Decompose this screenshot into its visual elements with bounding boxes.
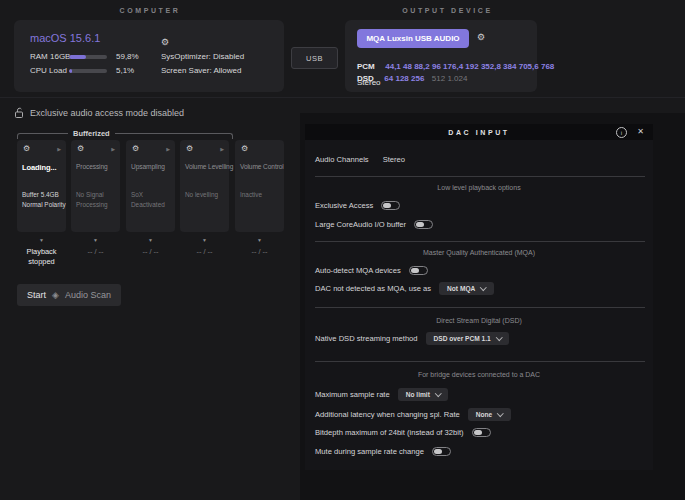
bitdepth-max-label: Bitdepth maximum of 24bit (instead of 32… bbox=[315, 428, 464, 437]
info-icon[interactable]: i bbox=[616, 127, 627, 138]
max-sample-rate-label: Maximum sample rate bbox=[315, 390, 390, 399]
stage-details: Buffer 5.4GB Normal Polarity bbox=[22, 190, 66, 210]
stage-volume-control-box[interactable]: ⚙ Volume Control Inactive bbox=[235, 140, 284, 232]
section-dsd: Direct Stream Digital (DSD) bbox=[305, 317, 653, 324]
large-coreaudio-toggle[interactable] bbox=[414, 220, 433, 229]
additional-latency-dropdown[interactable]: None bbox=[468, 408, 511, 421]
start-audio-scan-bar: Start ◈ Audio Scan bbox=[17, 284, 121, 306]
exclusive-access-row: Exclusive Access bbox=[315, 201, 400, 210]
dac-input-panel: DAC INPUT i ✕ Audio Channels Stereo Low … bbox=[305, 124, 653, 470]
audio-settings-screen: COMPUTER OUTPUT DEVICE macOS 15.6.1 RAM … bbox=[0, 0, 685, 500]
output-device-button[interactable]: MQA Luxsin USB AUDIO bbox=[357, 29, 469, 48]
unlock-icon bbox=[13, 105, 25, 123]
exclusive-access-toggle[interactable] bbox=[381, 201, 400, 210]
volume-levelling-play-icon[interactable]: ▶ bbox=[220, 147, 224, 152]
close-icon[interactable]: ✕ bbox=[637, 128, 644, 136]
additional-latency-value: None bbox=[476, 411, 492, 418]
stage-loading-box[interactable]: ⚙ ▶ Loading... Buffer 5.4GB Normal Polar… bbox=[17, 140, 66, 232]
channel-mode: Stereo bbox=[357, 78, 381, 87]
bufferized-label: Bufferized bbox=[68, 129, 115, 138]
volume-levelling-gear-icon[interactable]: ⚙ bbox=[186, 145, 193, 153]
dac-panel-header: DAC INPUT i ✕ bbox=[305, 124, 653, 140]
stage-details: SoX Deactivated bbox=[131, 190, 165, 210]
toggle-knob bbox=[411, 268, 419, 273]
cpu-label: CPU Load bbox=[30, 66, 67, 75]
stage-volume-levelling-box[interactable]: ⚙ ▶ Volume Levelling No levelling bbox=[180, 140, 229, 232]
max-sample-rate-value: No limit bbox=[406, 391, 430, 398]
stage-processing-box[interactable]: ⚙ ▶ Processing No Signal Processing bbox=[71, 140, 120, 232]
computer-section-header: COMPUTER bbox=[0, 7, 300, 14]
auto-detect-mqa-toggle[interactable] bbox=[409, 266, 428, 275]
stage-details: No levelling bbox=[185, 190, 218, 200]
ram-bar-fill bbox=[69, 55, 86, 59]
stage-status: -- / -- bbox=[180, 247, 229, 257]
dsd-rates-supported: 64 128 256 bbox=[384, 74, 424, 83]
section-mqa: Master Quality Authenticated (MQA) bbox=[305, 249, 653, 256]
bufferized-bracket bbox=[17, 133, 233, 139]
toggle-knob bbox=[416, 222, 424, 227]
upsampling-play-icon[interactable]: ▶ bbox=[166, 147, 170, 152]
sysoptimizer-gear-icon[interactable]: ⚙ bbox=[161, 38, 169, 47]
stage-title: Processing bbox=[76, 163, 108, 170]
bitdepth-max-toggle[interactable] bbox=[472, 428, 491, 437]
screen-saver-status: Screen Saver: Allowed bbox=[161, 66, 242, 75]
stage-upsampling-box[interactable]: ⚙ ▶ Upsampling SoX Deactivated bbox=[126, 140, 175, 232]
volume-control-gear-icon[interactable]: ⚙ bbox=[241, 145, 248, 153]
max-sample-rate-dropdown[interactable]: No limit bbox=[398, 388, 449, 401]
stage-status: -- / -- bbox=[126, 247, 175, 257]
start-button[interactable]: Start bbox=[27, 290, 46, 300]
chevron-down-icon: ▼ bbox=[71, 237, 120, 243]
dac-not-mqa-row: DAC not detected as MQA, use as Not MQA bbox=[315, 282, 494, 295]
stage-title: Volume Control bbox=[240, 163, 284, 170]
divider bbox=[315, 176, 645, 177]
usb-connection-button[interactable]: USB bbox=[291, 47, 338, 69]
chevron-down-icon: ▼ bbox=[235, 237, 284, 243]
stage-title: Loading... bbox=[22, 163, 56, 172]
stage-title: Volume Levelling bbox=[185, 163, 233, 170]
exclusive-mode-notice: Exclusive audio access mode disabled bbox=[30, 108, 184, 118]
exclusive-access-label: Exclusive Access bbox=[315, 201, 373, 210]
large-coreaudio-label: Large CoreAudio I/O buffer bbox=[315, 220, 406, 229]
dsd-rates-unsupported: 512 1.024 bbox=[432, 74, 468, 83]
toggle-knob bbox=[474, 430, 482, 435]
chevron-down-icon: ▼ bbox=[180, 237, 229, 243]
chevron-down-icon bbox=[496, 334, 502, 340]
toggle-knob bbox=[434, 449, 442, 454]
audio-channels-value: Stereo bbox=[383, 155, 405, 164]
chevron-down-icon bbox=[480, 284, 486, 290]
section-low-level: Low level playback options bbox=[305, 184, 653, 191]
output-device-section-header: OUTPUT DEVICE bbox=[345, 7, 550, 14]
chevron-down-icon bbox=[435, 390, 441, 396]
divider bbox=[315, 241, 645, 242]
large-coreaudio-row: Large CoreAudio I/O buffer bbox=[315, 220, 433, 229]
loading-play-icon[interactable]: ▶ bbox=[57, 147, 61, 152]
toggle-knob bbox=[383, 203, 391, 208]
max-sample-rate-row: Maximum sample rate No limit bbox=[315, 388, 448, 401]
native-dsd-row: Native DSD streaming method DSD over PCM… bbox=[315, 332, 509, 345]
dac-not-mqa-label: DAC not detected as MQA, use as bbox=[315, 284, 431, 293]
stage-status: -- / -- bbox=[235, 247, 284, 257]
native-dsd-label: Native DSD streaming method bbox=[315, 334, 418, 343]
processing-play-icon[interactable]: ▶ bbox=[111, 147, 115, 152]
mute-during-change-row: Mute during sample rate change bbox=[315, 447, 451, 456]
divider bbox=[315, 307, 645, 308]
bitdepth-max-row: Bitdepth maximum of 24bit (instead of 32… bbox=[315, 428, 491, 437]
output-device-gear-icon[interactable]: ⚙ bbox=[477, 33, 485, 42]
dac-not-mqa-dropdown[interactable]: Not MQA bbox=[439, 282, 494, 295]
audio-scan-button[interactable]: Audio Scan bbox=[65, 290, 111, 300]
native-dsd-dropdown[interactable]: DSD over PCM 1.1 bbox=[426, 332, 510, 345]
processing-gear-icon[interactable]: ⚙ bbox=[77, 145, 84, 153]
cpu-bar-fill bbox=[69, 69, 72, 73]
chevron-down-icon: ▼ bbox=[17, 237, 66, 243]
additional-latency-label: Additional latency when changing spl. Ra… bbox=[315, 410, 460, 419]
mute-during-change-toggle[interactable] bbox=[432, 447, 451, 456]
dac-panel-title: DAC INPUT bbox=[448, 129, 510, 136]
cpu-bar bbox=[69, 69, 107, 73]
loading-gear-icon[interactable]: ⚙ bbox=[23, 145, 30, 153]
chevron-down-icon bbox=[497, 410, 503, 416]
audio-channels-label: Audio Channels bbox=[315, 155, 369, 164]
ram-label: RAM 16GB bbox=[30, 52, 70, 61]
stage-status: -- / -- bbox=[71, 247, 120, 257]
upsampling-gear-icon[interactable]: ⚙ bbox=[132, 145, 139, 153]
dac-not-mqa-value: Not MQA bbox=[447, 285, 475, 292]
